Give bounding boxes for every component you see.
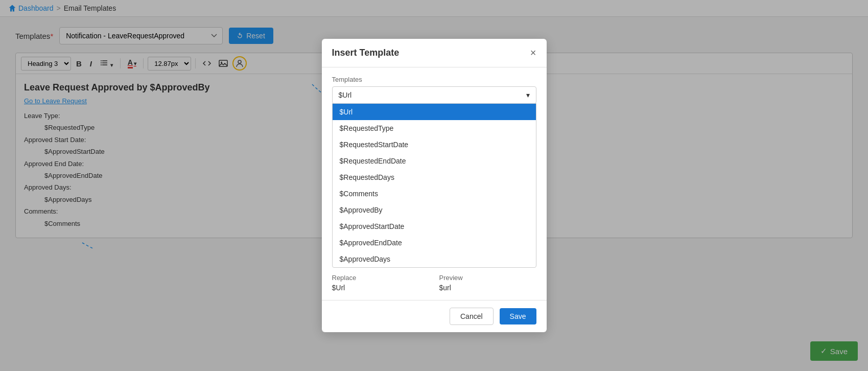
- dropdown-item-approvedenddate[interactable]: $ApprovedEndDate: [333, 235, 536, 248]
- dropdown-item-approvedby[interactable]: $ApprovedBy: [333, 202, 536, 218]
- modal-overlay[interactable]: Insert Template × Templates $Url ▾ $Url …: [0, 0, 868, 248]
- dropdown-item-url[interactable]: $Url: [333, 104, 536, 120]
- insert-template-modal: Insert Template × Templates $Url ▾ $Url …: [322, 39, 547, 248]
- dropdown-item-requestedenddate[interactable]: $RequestedEndDate: [333, 153, 536, 169]
- modal-close-button[interactable]: ×: [530, 47, 536, 59]
- modal-title: Insert Template: [332, 48, 400, 58]
- dropdown-item-approvedstartdate[interactable]: $ApprovedStartDate: [333, 218, 536, 235]
- modal-chevron-icon: ▾: [526, 91, 530, 99]
- dropdown-item-comments[interactable]: $Comments: [333, 186, 536, 202]
- modal-header: Insert Template ×: [322, 39, 547, 67]
- modal-template-select[interactable]: $Url ▾: [332, 86, 536, 104]
- dropdown-item-requestedstartdate[interactable]: $RequestedStartDate: [333, 136, 536, 153]
- dropdown-list: $Url $RequestedType $RequestedStartDate …: [332, 103, 536, 248]
- modal-body: Templates $Url ▾ $Url $RequestedType $Re…: [322, 67, 547, 248]
- dropdown-item-requestedtype[interactable]: $RequestedType: [333, 120, 536, 136]
- dropdown-item-requesteddays[interactable]: $RequestedDays: [333, 169, 536, 186]
- modal-select-wrapper: $Url ▾ $Url $RequestedType $RequestedSta…: [332, 86, 536, 248]
- modal-templates-label: Templates: [332, 76, 536, 83]
- modal-selected-value: $Url: [339, 91, 352, 99]
